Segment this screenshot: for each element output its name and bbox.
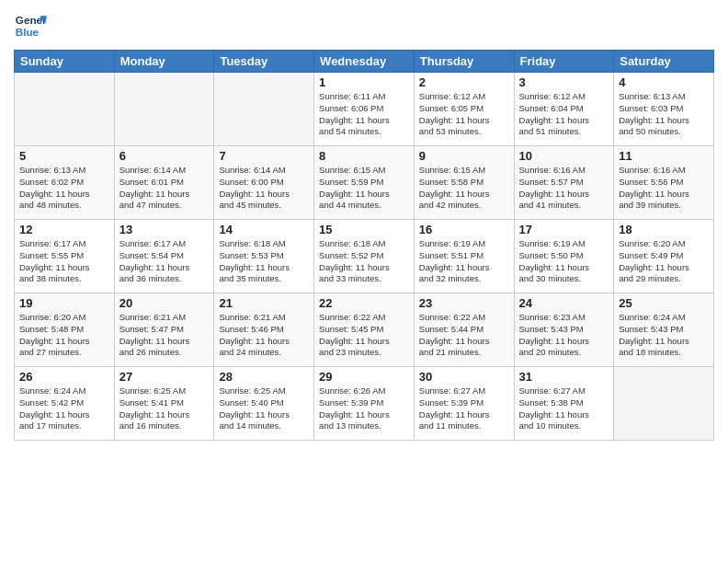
cell-info: Sunrise: 6:25 AM Sunset: 5:40 PM Dayligh… (219, 385, 309, 432)
calendar-cell: 5Sunrise: 6:13 AM Sunset: 6:02 PM Daylig… (15, 146, 115, 220)
calendar-cell (15, 73, 115, 146)
calendar-cell: 10Sunrise: 6:16 AM Sunset: 5:57 PM Dayli… (514, 146, 614, 220)
calendar-cell: 23Sunrise: 6:22 AM Sunset: 5:44 PM Dayli… (414, 293, 514, 367)
cell-info: Sunrise: 6:22 AM Sunset: 5:44 PM Dayligh… (419, 312, 509, 359)
day-number: 26 (19, 370, 109, 384)
calendar-cell: 2Sunrise: 6:12 AM Sunset: 6:05 PM Daylig… (414, 73, 514, 146)
day-number: 16 (419, 223, 509, 236)
calendar-cell: 17Sunrise: 6:19 AM Sunset: 5:50 PM Dayli… (514, 220, 614, 293)
day-number: 14 (219, 223, 309, 236)
calendar-cell: 11Sunrise: 6:16 AM Sunset: 5:56 PM Dayli… (614, 146, 714, 220)
calendar-cell: 3Sunrise: 6:12 AM Sunset: 6:04 PM Daylig… (514, 73, 614, 146)
day-number: 23 (419, 296, 509, 310)
calendar-cell: 4Sunrise: 6:13 AM Sunset: 6:03 PM Daylig… (614, 73, 714, 146)
cell-info: Sunrise: 6:12 AM Sunset: 6:05 PM Dayligh… (419, 91, 509, 138)
day-number: 22 (319, 296, 409, 310)
calendar-cell: 19Sunrise: 6:20 AM Sunset: 5:48 PM Dayli… (15, 293, 115, 367)
calendar-cell: 7Sunrise: 6:14 AM Sunset: 6:00 PM Daylig… (214, 146, 314, 220)
weekday-header-thursday: Thursday (414, 51, 514, 73)
day-number: 9 (419, 149, 509, 163)
calendar-cell: 24Sunrise: 6:23 AM Sunset: 5:43 PM Dayli… (514, 293, 614, 367)
calendar-cell: 28Sunrise: 6:25 AM Sunset: 5:40 PM Dayli… (214, 367, 314, 441)
svg-text:Blue: Blue (16, 26, 40, 38)
calendar-cell: 22Sunrise: 6:22 AM Sunset: 5:45 PM Dayli… (314, 293, 415, 367)
calendar-cell: 20Sunrise: 6:21 AM Sunset: 5:47 PM Dayli… (114, 293, 214, 367)
day-number: 10 (519, 149, 609, 163)
cell-info: Sunrise: 6:13 AM Sunset: 6:02 PM Dayligh… (19, 165, 109, 212)
cell-info: Sunrise: 6:15 AM Sunset: 5:59 PM Dayligh… (319, 165, 409, 212)
day-number: 29 (319, 370, 409, 384)
cell-info: Sunrise: 6:17 AM Sunset: 5:55 PM Dayligh… (19, 238, 109, 285)
calendar-cell: 14Sunrise: 6:18 AM Sunset: 5:53 PM Dayli… (214, 220, 314, 293)
day-number: 25 (619, 296, 709, 310)
cell-info: Sunrise: 6:24 AM Sunset: 5:43 PM Dayligh… (619, 312, 709, 359)
cell-info: Sunrise: 6:18 AM Sunset: 5:52 PM Dayligh… (319, 238, 409, 285)
weekday-header-tuesday: Tuesday (214, 51, 314, 73)
week-row-4: 19Sunrise: 6:20 AM Sunset: 5:48 PM Dayli… (15, 293, 714, 367)
calendar-cell: 16Sunrise: 6:19 AM Sunset: 5:51 PM Dayli… (414, 220, 514, 293)
day-number: 24 (519, 296, 609, 310)
calendar-cell: 27Sunrise: 6:25 AM Sunset: 5:41 PM Dayli… (114, 367, 214, 441)
cell-info: Sunrise: 6:26 AM Sunset: 5:39 PM Dayligh… (319, 385, 409, 432)
cell-info: Sunrise: 6:17 AM Sunset: 5:54 PM Dayligh… (119, 238, 210, 285)
cell-info: Sunrise: 6:22 AM Sunset: 5:45 PM Dayligh… (319, 312, 409, 359)
day-number: 18 (619, 223, 709, 236)
day-number: 11 (619, 149, 709, 163)
cell-info: Sunrise: 6:11 AM Sunset: 6:06 PM Dayligh… (319, 91, 409, 138)
weekday-header-wednesday: Wednesday (314, 51, 415, 73)
cell-info: Sunrise: 6:14 AM Sunset: 6:00 PM Dayligh… (219, 165, 309, 212)
cell-info: Sunrise: 6:21 AM Sunset: 5:46 PM Dayligh… (219, 312, 309, 359)
calendar-cell: 18Sunrise: 6:20 AM Sunset: 5:49 PM Dayli… (614, 220, 714, 293)
cell-info: Sunrise: 6:21 AM Sunset: 5:47 PM Dayligh… (119, 312, 210, 359)
logo-icon: General Blue (14, 9, 47, 42)
cell-info: Sunrise: 6:20 AM Sunset: 5:49 PM Dayligh… (619, 238, 709, 285)
day-number: 21 (219, 296, 309, 310)
calendar-cell: 21Sunrise: 6:21 AM Sunset: 5:46 PM Dayli… (214, 293, 314, 367)
cell-info: Sunrise: 6:20 AM Sunset: 5:48 PM Dayligh… (19, 312, 109, 359)
weekday-header-sunday: Sunday (15, 51, 115, 73)
week-row-1: 1Sunrise: 6:11 AM Sunset: 6:06 PM Daylig… (15, 73, 714, 146)
day-number: 15 (319, 223, 409, 236)
day-number: 1 (319, 75, 409, 89)
calendar-cell: 26Sunrise: 6:24 AM Sunset: 5:42 PM Dayli… (15, 367, 115, 441)
weekday-header-saturday: Saturday (614, 51, 714, 73)
calendar-cell: 6Sunrise: 6:14 AM Sunset: 6:01 PM Daylig… (114, 146, 214, 220)
cell-info: Sunrise: 6:25 AM Sunset: 5:41 PM Dayligh… (119, 385, 210, 432)
calendar-cell: 13Sunrise: 6:17 AM Sunset: 5:54 PM Dayli… (114, 220, 214, 293)
calendar-cell (114, 73, 214, 146)
week-row-3: 12Sunrise: 6:17 AM Sunset: 5:55 PM Dayli… (15, 220, 714, 293)
day-number: 7 (219, 149, 309, 163)
calendar-cell (214, 73, 314, 146)
cell-info: Sunrise: 6:24 AM Sunset: 5:42 PM Dayligh… (19, 385, 109, 432)
cell-info: Sunrise: 6:14 AM Sunset: 6:01 PM Dayligh… (119, 165, 210, 212)
calendar-cell (614, 367, 714, 441)
day-number: 12 (19, 223, 109, 236)
calendar-cell: 9Sunrise: 6:15 AM Sunset: 5:58 PM Daylig… (414, 146, 514, 220)
calendar-table: SundayMondayTuesdayWednesdayThursdayFrid… (14, 50, 714, 441)
weekday-header-row: SundayMondayTuesdayWednesdayThursdayFrid… (15, 51, 714, 73)
calendar-cell: 25Sunrise: 6:24 AM Sunset: 5:43 PM Dayli… (614, 293, 714, 367)
week-row-2: 5Sunrise: 6:13 AM Sunset: 6:02 PM Daylig… (15, 146, 714, 220)
cell-info: Sunrise: 6:27 AM Sunset: 5:39 PM Dayligh… (419, 385, 509, 432)
weekday-header-monday: Monday (114, 51, 214, 73)
calendar-cell: 1Sunrise: 6:11 AM Sunset: 6:06 PM Daylig… (314, 73, 415, 146)
cell-info: Sunrise: 6:16 AM Sunset: 5:57 PM Dayligh… (519, 165, 609, 212)
cell-info: Sunrise: 6:23 AM Sunset: 5:43 PM Dayligh… (519, 312, 609, 359)
cell-info: Sunrise: 6:16 AM Sunset: 5:56 PM Dayligh… (619, 165, 709, 212)
cell-info: Sunrise: 6:27 AM Sunset: 5:38 PM Dayligh… (519, 385, 609, 432)
day-number: 27 (119, 370, 210, 384)
calendar-cell: 15Sunrise: 6:18 AM Sunset: 5:52 PM Dayli… (314, 220, 415, 293)
cell-info: Sunrise: 6:18 AM Sunset: 5:53 PM Dayligh… (219, 238, 309, 285)
logo: General Blue (14, 9, 51, 42)
day-number: 19 (19, 296, 109, 310)
weekday-header-friday: Friday (514, 51, 614, 73)
day-number: 6 (119, 149, 210, 163)
cell-info: Sunrise: 6:19 AM Sunset: 5:50 PM Dayligh… (519, 238, 609, 285)
calendar-cell: 30Sunrise: 6:27 AM Sunset: 5:39 PM Dayli… (414, 367, 514, 441)
day-number: 4 (619, 75, 709, 89)
day-number: 28 (219, 370, 309, 384)
cell-info: Sunrise: 6:15 AM Sunset: 5:58 PM Dayligh… (419, 165, 509, 212)
cell-info: Sunrise: 6:13 AM Sunset: 6:03 PM Dayligh… (619, 91, 709, 138)
calendar-cell: 29Sunrise: 6:26 AM Sunset: 5:39 PM Dayli… (314, 367, 415, 441)
cell-info: Sunrise: 6:19 AM Sunset: 5:51 PM Dayligh… (419, 238, 509, 285)
